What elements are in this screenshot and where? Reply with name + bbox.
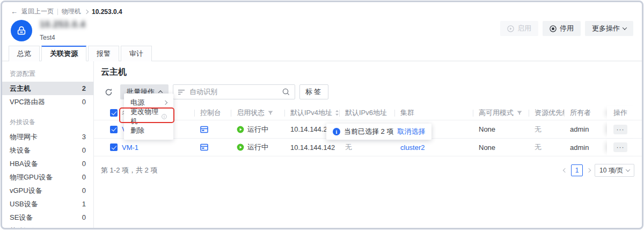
column-owner[interactable]: 所有者: [564, 108, 607, 118]
sidebar-item-hba-device[interactable]: HBA设备 0: [2, 157, 93, 170]
chevron-down-icon: [626, 167, 630, 171]
column-ha-mode[interactable]: 高可用模式: [473, 108, 529, 118]
sidebar-item-physical-gpu[interactable]: 物理GPU设备 0: [2, 170, 93, 184]
play-circle-icon: [507, 25, 514, 32]
batch-actions-menu: 电源 更改物理机 删除: [124, 94, 173, 140]
running-status-icon: [237, 126, 244, 133]
submenu-arrow-icon: [163, 100, 167, 105]
running-status-icon: [237, 143, 244, 151]
breadcrumb-section[interactable]: 物理机: [62, 7, 81, 16]
more-actions-button[interactable]: 更多操作: [585, 21, 633, 36]
console-icon[interactable]: [200, 143, 208, 151]
sidebar-item-count: 3: [82, 133, 86, 141]
host-avatar: [11, 20, 32, 41]
sidebar-item-label: 云主机: [10, 84, 31, 94]
sidebar-item-label: SE设备: [10, 213, 33, 222]
sidebar-item-other-device[interactable]: 其他设备 0: [2, 224, 93, 229]
row-checkbox[interactable]: [110, 143, 118, 151]
disable-label: 停用: [560, 24, 574, 33]
breadcrumb-current: 10.253.0.4: [92, 8, 122, 16]
row-more-button[interactable]: ···: [613, 142, 627, 152]
next-page-button[interactable]: [587, 169, 590, 172]
host-lock-icon: [16, 25, 27, 36]
owner-value: admin: [564, 125, 607, 133]
sidebar-item-count: 0: [82, 98, 86, 106]
page-size-select[interactable]: 10 项/页: [595, 164, 634, 177]
ipv6-value: 无: [339, 142, 394, 152]
priority-value: 无: [529, 125, 564, 134]
disable-button[interactable]: 停用: [543, 21, 581, 36]
search-input[interactable]: 自动识别: [173, 84, 295, 99]
tab-related-resources[interactable]: 关联资源: [41, 46, 86, 61]
table-row[interactable]: VM-1 运行中 10.14.144.142 无 clust: [94, 138, 642, 156]
menu-item-change-host[interactable]: 更改物理机: [124, 110, 173, 124]
cluster-link[interactable]: cluster2: [400, 143, 425, 152]
sort-icon[interactable]: [335, 110, 339, 116]
tab-label: 审计: [129, 49, 143, 59]
sidebar-item-vpc-router[interactable]: VPC路由器 0: [2, 95, 93, 109]
sidebar-item-vgpu[interactable]: vGPU设备 0: [2, 184, 93, 197]
select-all-checkbox[interactable]: [110, 109, 118, 117]
priority-value: 无: [529, 142, 564, 152]
sidebar-item-vm[interactable]: 云主机 2: [2, 82, 93, 95]
back-arrow-icon[interactable]: ←: [11, 8, 18, 16]
sidebar-item-block-device[interactable]: 块设备 0: [2, 143, 93, 157]
current-page-button[interactable]: 1: [571, 164, 583, 176]
column-ipv6[interactable]: 默认IPv6地址: [339, 108, 394, 118]
refresh-button[interactable]: [101, 84, 116, 99]
filter-lines-icon: [178, 89, 185, 95]
page-header: 10.253.0.4 Test4 启用 停用 更多操作: [2, 16, 642, 42]
selection-tooltip: i 当前已选择 2 项 取消选择: [326, 124, 431, 140]
info-icon: i: [333, 128, 340, 135]
sidebar-item-physical-nic[interactable]: 物理网卡 3: [2, 130, 93, 143]
sidebar-item-label: vGPU设备: [10, 186, 42, 196]
tab-label: 报警: [97, 49, 111, 59]
tab-overview[interactable]: 总览: [9, 46, 40, 61]
tab-label: 总览: [17, 49, 31, 59]
tag-button[interactable]: 标签: [299, 84, 328, 99]
chevron-down-icon: [623, 25, 627, 30]
tab-alerts[interactable]: 报警: [88, 46, 119, 61]
search-icon[interactable]: [282, 88, 290, 96]
column-status[interactable]: 启用状态: [231, 108, 284, 118]
filter-funnel-icon[interactable]: [268, 111, 273, 116]
breadcrumb-back[interactable]: 返回上一页: [21, 7, 54, 16]
main-panel: 云主机 批量操作 自动识别: [94, 61, 642, 229]
page-subtitle: Test4: [40, 34, 86, 41]
more-actions-label: 更多操作: [592, 24, 620, 33]
sidebar-item-count: 0: [82, 173, 86, 181]
selection-text: 当前已选择 2 项: [344, 127, 393, 136]
sidebar-item-count: 1: [82, 200, 86, 208]
section-title: 云主机: [101, 67, 642, 78]
console-icon[interactable]: [200, 126, 208, 133]
vm-name-link[interactable]: VM-1: [122, 143, 138, 152]
status-text: 运行中: [247, 142, 268, 152]
row-checkbox[interactable]: [110, 126, 118, 133]
status-text: 运行中: [247, 125, 268, 134]
stop-circle-icon: [550, 25, 557, 32]
filter-funnel-icon[interactable]: [517, 111, 522, 116]
sidebar-item-label: HBA设备: [10, 159, 38, 169]
tab-audit[interactable]: 审计: [121, 46, 152, 61]
clear-selection-link[interactable]: 取消选择: [397, 127, 425, 136]
ipv4-value: 10.14.144.142: [284, 143, 339, 152]
sidebar-item-label: VPC路由器: [10, 97, 45, 107]
enable-button[interactable]: 启用: [500, 21, 538, 36]
column-ipv4[interactable]: 默认IPv4地址: [284, 108, 339, 118]
sidebar-item-usb-device[interactable]: USB设备 1: [2, 197, 93, 211]
chevron-right-icon: [84, 9, 89, 13]
sidebar-item-count: 0: [82, 186, 86, 195]
prev-page-button[interactable]: [564, 169, 567, 172]
owner-value: admin: [564, 143, 607, 152]
table-footer: 第 1-2 项，共 2 项 1 10 项/页: [101, 164, 634, 177]
breadcrumb: ← 返回上一页 物理机 10.253.0.4: [2, 2, 642, 16]
search-mode-text: 自动识别: [189, 87, 278, 97]
column-console[interactable]: 控制台: [194, 108, 231, 118]
column-priority[interactable]: 资源优先级: [529, 108, 564, 118]
sidebar-section-title: 外接设备: [2, 114, 93, 130]
refresh-icon: [105, 88, 113, 96]
column-cluster[interactable]: 集群: [394, 108, 473, 118]
toolbar: 批量操作 自动识别 标签: [101, 84, 642, 99]
sidebar-item-se-device[interactable]: SE设备 0: [2, 211, 93, 224]
row-more-button[interactable]: ···: [613, 125, 627, 134]
